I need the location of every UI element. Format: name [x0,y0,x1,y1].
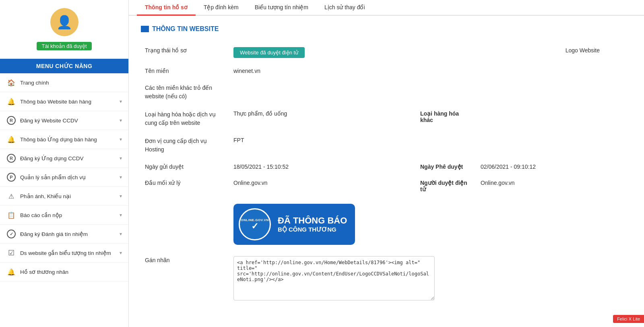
table-row: Gán nhãn [141,251,632,306]
chevron-down-icon: ▾ [120,174,122,180]
home-icon: 🏠 [6,78,16,87]
info-table: Trạng thái hồ sơ Website đã duyệt điện t… [141,42,632,306]
table-row: Đầu mối xử lý Online.gov.vn Người duyệt … [141,175,632,197]
sidebar: 👤 Tài khoản đã duyệt MENU CHỨC NĂNG 🏠 Tr… [0,0,129,327]
sidebar-item-trang-chinh[interactable]: 🏠 Trang chính [0,73,128,92]
register-icon: R [6,116,16,125]
ngay-phe-duyet-label: Ngày Phê duyệt [404,159,477,175]
ten-mien-label: Tên miền [141,63,229,79]
table-row: Đơn vị cung cấp dịch vụ Hosting FPT [141,132,632,159]
trang-thai-label: Trạng thái hồ sơ [141,42,229,63]
loai-hang-hoa-value: Thực phẩm, đồ uống [229,106,404,132]
ngay-gui-duyet-label: Ngày gửi duyệt [141,159,229,175]
sidebar-item-ds-website[interactable]: ☑ Ds website gắn biểu tượng tín nhiệm ▾ [0,244,128,263]
table-row: Ngày gửi duyệt 18/05/2021 - 15:10:52 Ngà… [141,159,632,175]
gan-nhan-label: Gán nhãn [141,251,229,306]
content-area: THÔNG TIN WEBSITE Trạng thái hồ sơ Websi… [129,16,644,327]
bell-icon: 🔔 [6,267,16,277]
chevron-down-icon: ▾ [120,137,122,142]
nguoi-duyet-value: Online.gov.vn [477,175,632,197]
sidebar-item-label: Đăng ký Ứng dụng CCDV [20,155,120,161]
cac-ten-mien-value [229,79,404,106]
sidebar-item-dang-ky-ung-dung[interactable]: R Đăng ký Ứng dụng CCDV ▾ [0,149,128,168]
trust-badge: ONLINE.GOV.VN ✓ ĐÃ THÔNG BÁO BỘ CÔNG THƯ… [233,204,355,245]
sidebar-item-dang-ky-ccdv[interactable]: R Đăng ký Website CCDV ▾ [0,111,128,130]
dau-moi-xu-ly-value: Online.gov.vn [229,175,404,197]
tab-tep-dinh-kem[interactable]: Tệp đính kèm [196,0,247,16]
table-row: Trạng thái hồ sơ Website đã duyệt điện t… [141,42,632,63]
main-content: Thông tin hồ sơ Tệp đính kèm Biểu tượng … [129,0,644,327]
sidebar-item-label: Phản ánh, Khiếu nại [20,193,120,199]
register-icon: R [6,153,16,163]
badge-circle: ONLINE.GOV.VN ✓ [237,206,273,242]
sidebar-item-thong-bao-website[interactable]: 🔔 Thông báo Website bán hàng ▾ [0,92,128,111]
dau-moi-xu-ly-label: Đầu mối xử lý [141,175,229,197]
loai-hang-hoa-khac-label: Loại hàng hóa khác [404,106,477,132]
chevron-down-icon: ▾ [120,118,122,123]
section-title: THÔNG TIN WEBSITE [141,25,632,33]
chevron-down-icon: ▾ [120,212,122,218]
flag-icon [141,26,149,32]
badge-text-block: ĐÃ THÔNG BÁO BỘ CÔNG THƯƠNG [278,215,347,233]
sidebar-item-label: Trang chính [20,80,122,86]
table-row: Các tên miền khác trỏ đến website (nếu c… [141,79,632,106]
bell-icon: 🔔 [6,97,16,106]
chevron-down-icon: ▾ [120,155,122,161]
chevron-down-icon: ▾ [120,250,122,256]
sidebar-item-phan-anh[interactable]: ⚠ Phản ánh, Khiếu nại ▾ [0,187,128,206]
chevron-down-icon: ▾ [120,99,122,104]
sidebar-item-label: Thông báo Website bán hàng [20,99,120,105]
bell-icon: 🔔 [6,135,16,144]
table-row: Tên miền winenet.vn [141,63,632,79]
cac-ten-mien-label: Các tên miền khác trỏ đến website (nếu c… [141,79,229,106]
report-icon: 📋 [6,210,16,220]
sidebar-item-label: Hồ sơ thương nhân [20,269,122,275]
loai-hang-hoa-label: Loại hàng hóa hoặc dịch vụ cung cấp trên… [141,106,229,132]
felici-badge: Felici X Lite [613,315,644,323]
check-square-icon: ☑ [6,248,16,258]
menu-items: 🏠 Trang chính 🔔 Thông báo Website bán hà… [0,73,128,327]
nguoi-duyet-label: Người duyệt điện tử [404,175,477,197]
sidebar-item-label: Đăng ký Website CCDV [20,118,120,124]
gan-nhan-value [229,251,632,306]
tabs: Thông tin hồ sơ Tệp đính kèm Biểu tượng … [129,0,644,16]
sidebar-item-label: Quản lý sản phẩm dịch vụ [20,174,120,180]
sidebar-item-danh-gia-tin-nhiem[interactable]: ✓ Đăng ký Đánh giá tín nhiệm ▾ [0,225,128,244]
tab-lich-su-thay-doi[interactable]: Lịch sử thay đổi [316,0,373,16]
chevron-down-icon: ▾ [120,193,122,199]
trang-thai-value: Website đã duyệt điện tử [229,42,404,63]
logo-website-label: Logo Website [566,47,608,54]
badge-checkmark: ✓ [251,222,258,231]
sidebar-item-label: Ds website gắn biểu tượng tín nhiệm [20,250,120,256]
sidebar-item-ho-so-thuong-nhan[interactable]: 🔔 Hồ sơ thương nhân [0,263,128,281]
badge-line1: ĐÃ THÔNG BÁO [278,215,347,226]
status-badge: Website đã duyệt điện tử [233,47,305,58]
sidebar-item-bao-cao[interactable]: 📋 Báo cáo cần nộp ▾ [0,206,128,225]
badge-line2: BỘ CÔNG THƯƠNG [278,226,347,233]
ngay-phe-duyet-value: 02/06/2021 - 09:10:12 [477,159,632,175]
sidebar-item-quan-ly-san-pham[interactable]: P Quản lý sản phẩm dịch vụ ▾ [0,168,128,187]
menu-header: MENU CHỨC NĂNG [0,59,128,73]
ten-mien-value: winenet.vn [229,63,404,79]
loai-hang-hoa-khac-value [477,106,632,132]
sidebar-item-label: Báo cáo cần nộp [20,212,120,218]
sidebar-item-label: Thông báo Ứng dụng bán hàng [20,136,120,143]
avatar-area: 👤 Tài khoản đã duyệt [0,0,128,59]
tab-thong-tin-ho-so[interactable]: Thông tin hồ sơ [137,0,196,16]
don-vi-hosting-label: Đơn vị cung cấp dịch vụ Hosting [141,132,229,159]
sidebar-item-thong-bao-ung-dung[interactable]: 🔔 Thông báo Ứng dụng bán hàng ▾ [0,130,128,149]
gan-nhan-code-textarea[interactable] [233,256,435,300]
table-row: ONLINE.GOV.VN ✓ ĐÃ THÔNG BÁO BỘ CÔNG THƯ… [141,197,632,251]
account-badge: Tài khoản đã duyệt [37,42,91,50]
tab-bieu-tuong-tin-nhiem[interactable]: Biểu tượng tín nhiệm [247,0,316,16]
sidebar-item-label: Đăng ký Đánh giá tín nhiệm [20,231,120,237]
product-icon: P [6,172,16,182]
check-circle-icon: ✓ [6,229,16,239]
avatar: 👤 [50,8,78,36]
warning-icon: ⚠ [6,191,16,201]
ngay-gui-duyet-value: 18/05/2021 - 15:10:52 [229,159,404,175]
don-vi-hosting-value: FPT [229,132,404,159]
chevron-down-icon: ▾ [120,231,122,237]
table-row: Loại hàng hóa hoặc dịch vụ cung cấp trên… [141,106,632,132]
